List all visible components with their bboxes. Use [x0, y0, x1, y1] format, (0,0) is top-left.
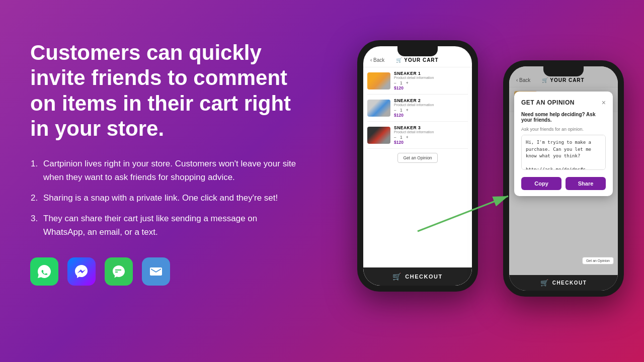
share-button[interactable]: Share: [566, 177, 606, 190]
qty-minus-1[interactable]: −: [394, 80, 396, 85]
qty-1: 1: [400, 80, 403, 85]
get-opinion-btn-2[interactable]: Get an Opinion: [582, 257, 614, 264]
checkout-label-2: CHECKOUT: [552, 280, 587, 286]
phone-1-screen: ‹ Back 🛒 YOUR CART SNEAKER 1 Product det…: [363, 46, 472, 286]
app-icons-row: [30, 257, 297, 286]
item2-desc: Product detail information: [394, 103, 468, 107]
back-btn-1: ‹ Back: [370, 57, 384, 63]
list-item-1: Cartpinion lives right in your store. Cu…: [40, 157, 297, 184]
item1-name: SNEAKER 1: [394, 71, 468, 76]
item1-details: SNEAKER 1 Product detail information − 1…: [394, 71, 468, 90]
item3-desc: Product detail information: [394, 130, 468, 134]
item3-details: SNEAKER 3 Product detail information − 1…: [394, 125, 468, 145]
modal-header: GET AN OPINION ×: [521, 99, 606, 107]
modal-close-btn[interactable]: ×: [602, 99, 606, 107]
feature-list: Cartpinion lives right in your store. Cu…: [30, 157, 297, 239]
item3-price: $120: [394, 140, 468, 145]
sneaker2-img: [367, 100, 390, 117]
mail-icon: [142, 257, 170, 286]
item2-price: $120: [394, 113, 468, 118]
qty-3: 1: [400, 135, 403, 140]
modal-subtitle: Need some help deciding? Ask your friend…: [521, 112, 606, 123]
list-item-2: Sharing is a snap with a private link. O…: [40, 191, 297, 205]
list-item-3: They can share their cart just like send…: [40, 212, 297, 239]
sneaker1-img: [367, 72, 390, 89]
phone-2-screen: ‹ Back 🛒 YOUR CART SNEAKER 1 GET AN OPIN…: [509, 66, 618, 291]
modal-buttons: Copy Share: [521, 177, 606, 190]
qty-minus-2[interactable]: −: [394, 108, 396, 113]
cart-items-1: SNEAKER 1 Product detail information − 1…: [363, 67, 472, 149]
qty-plus-3[interactable]: +: [406, 135, 409, 140]
item2-details: SNEAKER 2 Product detail information − 1…: [394, 98, 468, 118]
imessage-icon: [105, 257, 133, 286]
qty-plus-2[interactable]: +: [406, 108, 409, 113]
sneaker3-img: [367, 127, 390, 144]
phone-1-notch: [397, 46, 438, 56]
phone-1: ‹ Back 🛒 YOUR CART SNEAKER 1 Product det…: [357, 40, 478, 292]
item3-name: SNEAKER 3: [394, 125, 468, 130]
qty-plus-1[interactable]: +: [406, 80, 409, 85]
checkout-bar-2: 🛒 CHECKOUT: [509, 275, 618, 291]
cart-title-1: 🛒 YOUR CART: [396, 57, 439, 63]
modal-title: GET AN OPINION: [521, 99, 575, 106]
item2-name: SNEAKER 2: [394, 98, 468, 103]
messenger-icon: [67, 257, 96, 286]
modal-sub3: Ask your friends for an opinion.: [521, 127, 606, 132]
phone-2-notch: [543, 66, 584, 76]
modal-message[interactable]: Hi, I'm trying to make a purchase. Can y…: [521, 135, 606, 170]
qty-minus-3[interactable]: −: [394, 135, 396, 140]
item1-desc: Product detail information: [394, 76, 468, 79]
checkout-bar-1: 🛒 CHECKOUT: [363, 267, 472, 286]
get-opinion-btn-1[interactable]: Get an Opinion: [397, 153, 437, 163]
copy-button[interactable]: Copy: [521, 177, 561, 190]
phone-2: ‹ Back 🛒 YOUR CART SNEAKER 1 GET AN OPIN…: [503, 60, 624, 297]
headline: Customers can quickly invite friends to …: [30, 40, 297, 142]
phones-container: ‹ Back 🛒 YOUR CART SNEAKER 1 Product det…: [357, 40, 624, 297]
left-section: Customers can quickly invite friends to …: [30, 40, 297, 286]
opinion-modal: GET AN OPINION × Need some help deciding…: [514, 92, 613, 196]
checkout-label-1: CHECKOUT: [405, 274, 442, 280]
qty-2: 1: [400, 108, 403, 113]
whatsapp-icon: [30, 257, 58, 286]
item1-price: $120: [394, 85, 468, 90]
